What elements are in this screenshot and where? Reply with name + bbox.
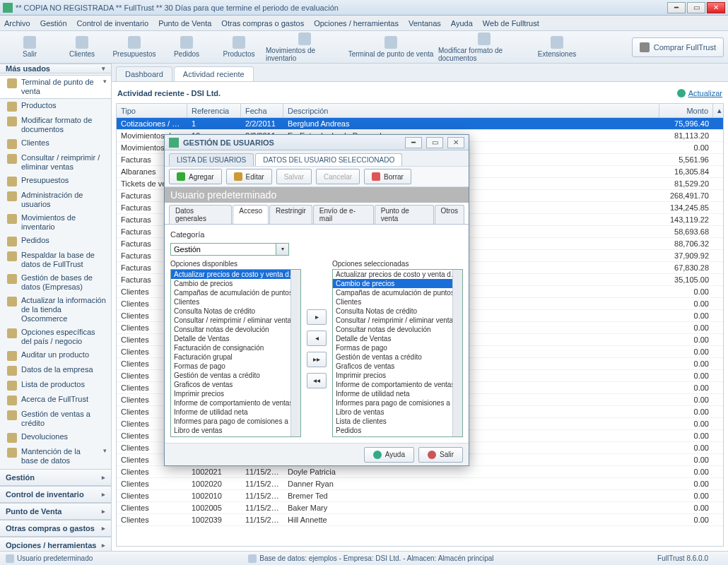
list-item[interactable]: Detalle de Ventas [171,334,300,343]
list-item[interactable]: Facturación grupal [171,352,300,362]
list-item[interactable]: Informe de comportamiento de ventas [333,380,462,389]
list-item[interactable]: Gestión de ventas a crédito [333,352,462,362]
add-button[interactable]: Agregar [169,169,222,184]
sidebar-item[interactable]: Gestión de bases de datos (Empresas) [0,271,111,294]
subtab-datos-generales[interactable]: Datos generales [169,205,232,224]
list-item[interactable]: Facturación de consignación [171,343,300,352]
list-item[interactable]: Libro de ventas [333,408,462,417]
list-item[interactable]: Clientes [333,297,462,307]
tab-dashboard[interactable]: Dashboard [116,66,172,81]
move-right-button[interactable]: ▸ [307,309,327,325]
sidebar-section-punto-de-venta[interactable]: Punto de Venta▸ [0,503,111,520]
dialog-titlebar[interactable]: GESTIÓN DE USUARIOS ━ ▭ ✕ [165,135,469,150]
list-item[interactable]: Graficos de ventas [333,362,462,371]
menu-ventanas[interactable]: Ventanas [409,19,441,28]
sidebar-section-control-de-inventario[interactable]: Control de inventario▸ [0,486,111,503]
table-row[interactable]: Clientes100200511/15/2010Baker Mary0.00 [117,502,723,514]
combo-dropdown-button[interactable]: ▾ [276,243,289,256]
list-item[interactable]: Informe de comportamiento de ventas [171,398,300,408]
sidebar-item[interactable]: Acerca de FullTrust [0,393,111,408]
sidebar-item[interactable]: Movimientos de inventario [0,211,111,234]
sidebar-item[interactable]: Lista de productos [0,378,111,393]
tab-actividad-reciente[interactable]: Actividad reciente [174,66,254,81]
window-close-button[interactable]: ✕ [707,2,725,13]
move-all-left-button[interactable]: ◂◂ [307,373,327,388]
menu-opciones-herramientas[interactable]: Opciones / herramientas [314,19,399,28]
table-row[interactable]: Clientes100203911/15/2010Hill Annette0.0… [117,514,723,526]
sidebar-item[interactable]: Productos [0,99,111,114]
update-link[interactable]: Actualizar [677,89,722,97]
sidebar-item[interactable]: Opciones específicas del país / negocio [0,326,111,348]
menu-punto-de-venta[interactable]: Punto de Venta [158,19,211,28]
list-item[interactable]: Formas de pago [333,343,462,352]
list-item[interactable]: Lista de clientes [333,417,462,426]
list-item[interactable]: Cambio de precios [171,279,300,288]
save-button[interactable]: Salvar [276,169,312,184]
dialog-close-button[interactable]: ✕ [447,137,464,148]
list-item[interactable]: Informes para pago de comisiones a ven [171,417,300,426]
sidebar-section-opciones-herramientas[interactable]: Opciones / herramientas▸ [0,537,111,551]
sidebar-item[interactable]: Actualizar la información de la tienda O… [0,294,111,326]
list-item[interactable]: Gestión de ventas a crédito [171,371,300,380]
list-item[interactable]: Consultar / reimprimir / eliminar ventas [171,316,300,325]
col-referencia[interactable]: Referencia [187,104,241,117]
subtab-restringir[interactable]: Restringir [269,205,312,224]
menu-archivo[interactable]: Archivo [4,19,30,28]
sidebar-item[interactable]: Gestión de ventas a crédito [0,408,111,430]
selected-listbox[interactable]: Actualizar precios de costo y venta de p… [332,269,463,437]
subtab-envio-email[interactable]: Envío de e-mail [313,205,374,224]
list-item[interactable]: Imprimir precios [333,371,462,380]
col-descripcion[interactable]: Descripción [283,104,659,117]
list-item[interactable]: Campañas de acumulación de puntos [333,288,462,297]
list-item[interactable]: Campañas de acumulación de puntos [171,288,300,297]
sidebar-item[interactable]: Terminal de punto de venta▾ [0,75,111,99]
menu-ayuda[interactable]: Ayuda [451,19,473,28]
col-tipo[interactable]: Tipo [117,104,187,117]
list-item[interactable]: Actualizar precios de costo y venta de p… [333,270,462,279]
dialog-minimize-button[interactable]: ━ [405,137,422,148]
table-row[interactable]: Cotizaciones / presupue12/2/2011Berglund… [117,118,723,130]
move-left-button[interactable]: ◂ [307,331,327,346]
scrollbar[interactable] [452,270,462,436]
list-item[interactable]: Consulta Notas de crédito [171,307,300,316]
sidebar-item[interactable]: Devoluciones [0,430,111,445]
dialog-tab-lista[interactable]: LISTA DE USUARIOS [169,153,254,166]
sidebar-item[interactable]: Administración de usuarios [0,189,111,211]
sidebar-item[interactable]: Respaldar la base de datos de FullTrust [0,249,111,271]
window-minimize-button[interactable]: ━ [667,2,686,13]
toolbar-movimientos-de-inventario[interactable]: Movimientos de inventario [266,32,344,62]
sidebar-section-gesti-n[interactable]: Gestión▸ [0,469,111,486]
available-listbox[interactable]: Actualizar precios de costo y venta de p… [170,269,301,437]
list-item[interactable]: Consulta Notas de crédito [333,307,462,316]
help-button[interactable]: Ayuda [364,447,414,463]
list-item[interactable]: Consultar / reimprimir / eliminar ventas [333,316,462,325]
col-monto[interactable]: Monto [659,104,713,117]
toolbar-modificar-formato-de-documentos[interactable]: Modificar formato de documentos [438,32,530,62]
sidebar-item[interactable]: Pedidos [0,234,111,249]
toolbar-clientes[interactable]: Clientes [57,32,107,62]
cancel-button[interactable]: Cancelar [316,169,360,184]
toolbar-pedidos[interactable]: Pedidos [161,32,212,62]
sidebar-item[interactable]: Clientes [0,136,111,151]
subtab-acceso[interactable]: Acceso [233,205,269,224]
list-item[interactable]: Informes para pago de comisiones a ven [333,398,462,408]
menu-gesti-n[interactable]: Gestión [40,19,67,28]
table-row[interactable]: Clientes100202011/15/2010Danner Ryan0.00 [117,478,723,490]
delete-button[interactable]: Borrar [364,169,411,184]
toolbar-salir[interactable]: Salir [4,32,55,62]
list-item[interactable]: Consultar notas de devolución [171,325,300,334]
sidebar-item[interactable]: Presupuestos [0,174,111,189]
list-item[interactable]: Actualizar precios de costo y venta de p [171,270,300,279]
menu-web-de-fulltrust[interactable]: Web de Fulltrust [483,19,539,28]
edit-button[interactable]: Editar [226,169,272,184]
list-item[interactable]: Imprimir precios [171,389,300,398]
toolbar-productos[interactable]: Productos [213,32,264,62]
exit-button[interactable]: Salir [418,447,463,463]
table-row[interactable]: Clientes100202111/15/2010Doyle Patricia0… [117,466,723,478]
toolbar-extensiones[interactable]: Extensiones [532,32,582,62]
sidebar-item[interactable]: Consultar / reimprimir / eliminar ventas [0,151,111,174]
list-item[interactable]: Pedidos [333,426,462,435]
category-combo[interactable] [170,243,276,256]
buy-fulltrust-button[interactable]: Comprar FullTrust [632,37,724,57]
sidebar-item[interactable]: Auditar un producto [0,348,111,363]
